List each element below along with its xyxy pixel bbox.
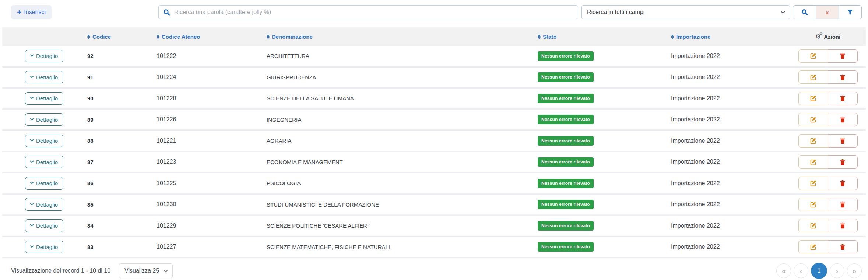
cell-denominazione: SCIENZE MATEMATICHE, FISICHE E NATURALI [262,237,536,257]
trash-icon [840,117,846,123]
cell-codice: 91 [83,68,155,87]
search-submit-button[interactable] [793,5,816,19]
status-badge: Nessun errore rilevato [538,115,594,124]
trash-icon [840,159,846,165]
detail-button[interactable]: Dettaglio [25,113,63,126]
cell-denominazione: SCIENZE POLITICHE 'CESARE ALFIERI' [262,216,536,236]
detail-button[interactable]: Dettaglio [25,219,63,232]
table-row: Dettaglio 86 101225 PSICOLOGIA Nessun er… [2,173,866,195]
pagination-last-button[interactable]: » [847,263,862,278]
delete-button[interactable] [828,177,858,190]
cell-codice: 84 [83,216,155,236]
delete-button[interactable] [828,219,858,232]
delete-button[interactable] [828,92,858,105]
detail-button-label: Dettaglio [36,74,58,80]
edit-button[interactable] [798,113,828,126]
delete-button[interactable] [828,70,858,84]
insert-button[interactable]: + Inserisci [11,5,52,19]
column-header-label: Codice [92,34,111,40]
trash-icon [840,138,846,144]
delete-button[interactable] [828,134,858,148]
cell-codice: 87 [83,152,155,172]
column-header-stato[interactable]: Stato [536,34,665,40]
column-header-label: Stato [543,34,557,40]
cell-denominazione: GIURISPRUDENZA [262,68,536,87]
trash-icon [840,180,846,186]
edit-button[interactable] [798,155,828,169]
table-row: Dettaglio 84 101229 SCIENZE POLITICHE 'C… [2,216,866,237]
pagination-next-button[interactable]: › [830,263,844,278]
status-badge: Nessun errore rilevato [538,179,594,188]
chevron-down-icon [30,244,34,248]
column-header-azioni: ⚙⚙ Azioni [790,34,866,40]
table-row: Dettaglio 83 101227 SCIENZE MATEMATICHE,… [2,237,866,259]
edit-icon [810,159,816,165]
detail-button[interactable]: Dettaglio [25,156,63,168]
detail-button-label: Dettaglio [36,244,58,250]
detail-button[interactable]: Dettaglio [25,71,63,83]
edit-button[interactable] [798,240,828,253]
cell-codice: 89 [83,110,155,130]
column-header-importazione[interactable]: Importazione [665,34,790,40]
delete-button[interactable] [828,113,858,126]
column-header-codice[interactable]: Codice [83,34,155,40]
edit-button[interactable] [798,219,828,232]
sort-icon [267,35,270,39]
cell-denominazione: AGRARIA [262,131,536,151]
column-header-codice-ateneo[interactable]: Codice Ateneo [155,34,262,40]
toolbar: + Inserisci Ricerca in tutti i campi x [0,0,868,21]
detail-button-label: Dettaglio [36,159,58,165]
filter-button[interactable] [839,5,862,19]
detail-button-label: Dettaglio [36,180,58,186]
detail-button[interactable]: Dettaglio [25,241,63,253]
cell-denominazione: SCIENZE DELLA SALUTE UMANA [262,89,536,108]
table-footer: Visualizzazione dei record 1 - 10 di 10 … [0,258,868,279]
row-action-group [798,113,858,126]
page: + Inserisci Ricerca in tutti i campi x [0,0,868,279]
chevron-down-icon [30,223,34,227]
detail-button[interactable]: Dettaglio [25,198,63,211]
detail-button-label: Dettaglio [36,53,58,59]
pagination-page-1-button[interactable]: 1 [811,263,827,279]
detail-button[interactable]: Dettaglio [25,177,63,190]
page-size-select[interactable]: Visualizza 25 [119,263,173,278]
detail-button[interactable]: Dettaglio [25,50,63,62]
page-size-label: Visualizza 25 [124,267,159,274]
edit-button[interactable] [798,49,828,63]
cell-importazione: Importazione 2022 [665,216,790,236]
edit-button[interactable] [798,177,828,190]
detail-button[interactable]: Dettaglio [25,92,63,105]
delete-button[interactable] [828,155,858,169]
cell-importazione: Importazione 2022 [665,173,790,193]
cell-denominazione: PSICOLOGIA [262,173,536,193]
search-field-select[interactable]: Ricerca in tutti i campi [581,5,790,19]
cell-codice-ateneo: 101224 [155,68,262,87]
detail-button-label: Dettaglio [36,138,58,144]
edit-button[interactable] [798,134,828,148]
detail-button-label: Dettaglio [36,201,58,208]
clear-search-button[interactable]: x [816,5,839,19]
trash-icon [840,222,846,229]
cell-denominazione: INGEGNERIA [262,110,536,130]
pagination-first-button[interactable]: « [776,263,791,278]
cell-importazione: Importazione 2022 [665,131,790,151]
plus-icon: + [17,8,21,16]
edit-button[interactable] [798,92,828,105]
cell-codice-ateneo: 101227 [155,237,262,257]
table-row: Dettaglio 89 101226 INGEGNERIA Nessun er… [2,110,866,131]
trash-icon [840,74,846,80]
edit-button[interactable] [798,70,828,84]
detail-button-label: Dettaglio [36,117,58,123]
detail-button[interactable]: Dettaglio [25,135,63,147]
edit-button[interactable] [798,198,828,211]
status-badge: Nessun errore rilevato [538,51,594,61]
chevron-down-icon [781,10,785,14]
search-input[interactable] [173,8,573,16]
delete-button[interactable] [828,240,858,253]
column-header-denominazione[interactable]: Denominazione [262,34,536,40]
sort-icon [538,35,541,39]
delete-button[interactable] [828,198,858,211]
cell-importazione: Importazione 2022 [665,195,790,215]
delete-button[interactable] [828,49,858,63]
pagination-prev-button[interactable]: ‹ [794,263,808,278]
